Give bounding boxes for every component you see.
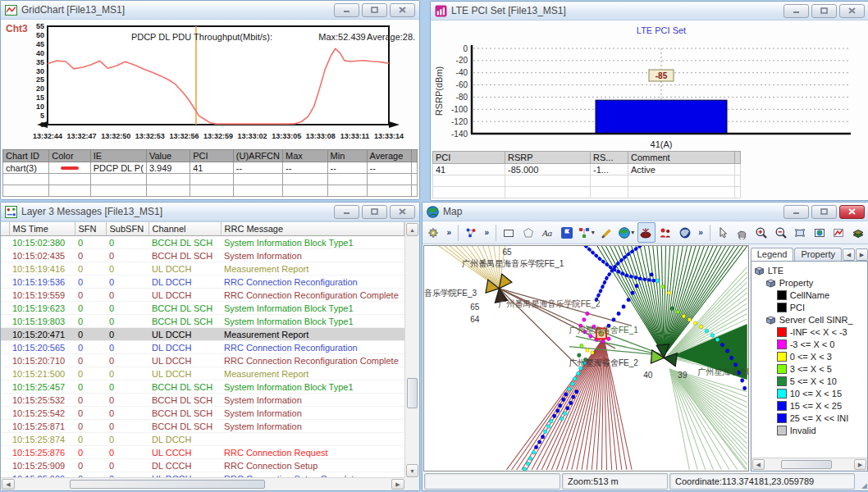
- minimize-button[interactable]: [783, 205, 809, 219]
- column-header[interactable]: [412, 150, 418, 162]
- minimize-button[interactable]: [783, 4, 809, 18]
- legend-item[interactable]: Server Cell SINR_: [754, 313, 867, 326]
- column-header[interactable]: Max: [282, 150, 327, 162]
- tab-property[interactable]: Property: [794, 248, 842, 261]
- overflow-2-button[interactable]: »: [482, 222, 493, 243]
- message-row[interactable]: 10:15:20:71000UL DCCHRRC Connection Reco…: [1, 354, 404, 367]
- scroll-left-button[interactable]: ◀: [752, 459, 765, 470]
- message-row[interactable]: 10:15:02:38000BCCH DL SCHSystem Informat…: [1, 236, 404, 249]
- column-header[interactable]: RRC Message: [221, 222, 404, 236]
- close-button[interactable]: [390, 205, 415, 219]
- map-titlebar[interactable]: Map: [423, 203, 868, 221]
- legend-item[interactable]: 10 <= X < 15: [754, 387, 867, 399]
- column-header[interactable]: (U)ARFCN: [233, 150, 282, 162]
- legend-item[interactable]: -3 <= X < 0: [754, 338, 867, 350]
- column-header[interactable]: Average: [367, 150, 411, 162]
- close-button[interactable]: [390, 3, 415, 17]
- column-header[interactable]: Min: [327, 150, 367, 162]
- scroll-right-button[interactable]: ▶: [391, 479, 404, 490]
- overflow-1-button[interactable]: »: [444, 222, 455, 243]
- measure-tool-button[interactable]: [597, 222, 616, 243]
- layers-button[interactable]: [848, 222, 867, 243]
- maximize-button[interactable]: [811, 4, 837, 18]
- tab-legend[interactable]: Legend: [751, 248, 794, 262]
- legend-item[interactable]: -INF << X < -3: [754, 326, 867, 338]
- globe-layer-button[interactable]: ▼: [617, 222, 637, 243]
- message-row[interactable]: 10:15:19:55900UL DCCHRRC Connection Reco…: [1, 289, 404, 302]
- subscriber-layer-button[interactable]: [656, 222, 675, 243]
- gridchart-titlebar[interactable]: GridChart [File13_MS1]: [1, 1, 419, 20]
- message-row[interactable]: 10:15:25:90900DL CCCHRRC Connection Setu…: [1, 459, 404, 472]
- layer-settings-button[interactable]: [424, 222, 443, 243]
- column-header[interactable]: [735, 152, 741, 164]
- select-tool-button[interactable]: [714, 222, 733, 243]
- zoom-line-button[interactable]: [829, 222, 848, 243]
- tab-scroll-right-button[interactable]: ▶: [856, 248, 868, 261]
- message-row[interactable]: 10:15:25:87600UL CCCHRRC Connection Requ…: [1, 446, 404, 459]
- maximize-button[interactable]: [362, 3, 387, 17]
- message-row[interactable]: 10:15:21:50000UL DCCHMeasurement Report: [1, 367, 404, 380]
- legend-item[interactable]: PCI: [754, 301, 867, 313]
- zoom-in-button[interactable]: [752, 222, 771, 243]
- message-row[interactable]: 10:15:25:87100BCCH DL SCHSystem Informat…: [1, 420, 404, 433]
- column-header[interactable]: Value: [146, 150, 190, 162]
- column-header[interactable]: SubSFN: [106, 222, 148, 236]
- message-row[interactable]: 10:15:20:47100UL DCCHMeasurement Report: [1, 328, 404, 341]
- resize-grip[interactable]: [405, 478, 419, 490]
- column-header[interactable]: MS Time: [9, 222, 75, 236]
- legend-item[interactable]: CellName: [754, 289, 867, 301]
- message-row[interactable]: 10:15:19:80300BCCH DL SCHSystem Informat…: [1, 315, 404, 328]
- scroll-up-button[interactable]: ▲: [406, 223, 418, 236]
- message-row[interactable]: 10:15:20:56500DL DCCHRRC Connection Reco…: [1, 341, 404, 354]
- polygon-tool-button[interactable]: [519, 222, 538, 243]
- message-row[interactable]: 10:15:25:54200BCCH DL SCHSystem Informat…: [1, 407, 404, 420]
- legend-item[interactable]: 3 <= X < 5: [754, 362, 867, 375]
- legend-scrollbar[interactable]: ◀ ▶: [752, 458, 867, 471]
- message-row[interactable]: 10:15:19:53600DL DCCHRRC Connection Reco…: [1, 276, 404, 289]
- column-header[interactable]: Color: [49, 150, 90, 162]
- scroll-thumb[interactable]: [407, 378, 418, 408]
- message-row[interactable]: 10:15:02:43500BCCH DL SCHSystem Informat…: [1, 249, 404, 262]
- scroll-thumb[interactable]: [70, 480, 266, 489]
- scroll-thumb[interactable]: [781, 460, 831, 469]
- scroll-right-button[interactable]: ▶: [854, 459, 866, 470]
- legend-item[interactable]: 25 <= X << INI: [754, 412, 867, 424]
- flag-tool-button[interactable]: [558, 222, 577, 243]
- table-row[interactable]: 41-85.000-1...Active: [433, 164, 741, 175]
- legend-item[interactable]: Property: [754, 276, 867, 289]
- column-header[interactable]: RSRP: [505, 152, 591, 164]
- maximize-button[interactable]: [362, 205, 387, 219]
- close-button[interactable]: [839, 4, 865, 18]
- column-header[interactable]: SFN: [75, 222, 106, 236]
- zoom-full-button[interactable]: [810, 222, 829, 243]
- column-header[interactable]: Chart ID: [3, 150, 49, 162]
- pciset-titlebar[interactable]: LTE PCI Set [File13_MS1]: [431, 2, 868, 20]
- legend-item[interactable]: 0 <= X < 3: [754, 350, 867, 362]
- horizontal-scrollbar[interactable]: ◀ ▶: [1, 477, 405, 490]
- resize-grip[interactable]: ◢: [857, 473, 867, 490]
- column-header[interactable]: Comment: [628, 152, 735, 164]
- column-header[interactable]: Channel: [148, 222, 221, 236]
- message-row[interactable]: 10:15:19:41600UL DCCHMeasurement Report: [1, 262, 404, 276]
- maximize-button[interactable]: [811, 205, 837, 219]
- close-button[interactable]: [839, 205, 865, 219]
- antenna-layer-button[interactable]: [637, 222, 656, 243]
- pci-bar-chart[interactable]: LTE PCI Set0-20-40-60-80-100-120-140-854…: [431, 20, 867, 152]
- message-row[interactable]: 10:15:25:53200BCCH DL SCHSystem Informat…: [1, 394, 404, 407]
- link-tool-button[interactable]: [462, 222, 481, 243]
- cell-layer-button[interactable]: ▼: [577, 222, 596, 243]
- rectangle-tool-button[interactable]: [500, 222, 519, 243]
- legend-item[interactable]: 15 <= X < 25: [754, 399, 867, 412]
- column-header[interactable]: PCI: [433, 152, 505, 164]
- column-header[interactable]: PCI: [190, 150, 234, 162]
- text-tool-button[interactable]: Aa: [538, 222, 557, 243]
- message-row[interactable]: 10:15:25:45700BCCH DL SCHSystem Informat…: [1, 380, 404, 394]
- throughput-chart[interactable]: 5550454035302520151050PDCP DL PDU Throug…: [1, 21, 418, 144]
- tab-scroll-left-button[interactable]: ◀: [843, 248, 855, 261]
- column-header[interactable]: [1, 222, 9, 236]
- zoom-window-button[interactable]: [791, 222, 810, 243]
- overflow-3-button[interactable]: »: [695, 222, 706, 243]
- pan-tool-button[interactable]: [733, 222, 752, 243]
- minimize-button[interactable]: [334, 205, 359, 219]
- legend-item[interactable]: Invalid: [754, 424, 867, 436]
